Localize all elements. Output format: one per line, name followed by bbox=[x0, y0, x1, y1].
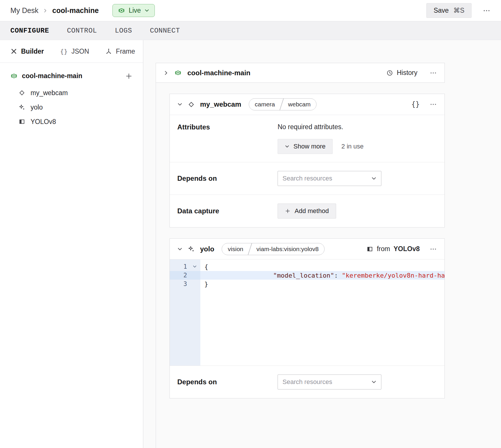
collapse-chevron-icon[interactable] bbox=[177, 102, 182, 107]
line-number: 2 bbox=[183, 272, 187, 279]
yolo-type-chips: vision viam-labs:vision:yolov8 bbox=[222, 243, 325, 255]
depends-on-select[interactable]: Search resources bbox=[278, 171, 381, 186]
breadcrumb-current: cool-machine bbox=[52, 6, 99, 15]
component-diamond-icon bbox=[18, 89, 25, 96]
more-menu-button[interactable] bbox=[483, 7, 491, 15]
attributes-json-editor[interactable]: 1 { 2 "model_location": "keremberke/yol bbox=[170, 259, 445, 366]
webcam-type-chips: camera webcam bbox=[249, 98, 317, 110]
json-string-value: "keremberke/yolov8n-hard-hat-detection" bbox=[342, 272, 445, 279]
clock-history-icon bbox=[386, 69, 393, 76]
depends-on-placeholder: Search resources bbox=[282, 378, 332, 386]
show-more-button[interactable]: Show more bbox=[278, 139, 333, 154]
depends-on-placeholder: Search resources bbox=[282, 175, 332, 182]
tree-connector-line bbox=[156, 83, 156, 448]
tab-connect[interactable]: CONNECT bbox=[150, 26, 180, 36]
depends-on-select[interactable]: Search resources bbox=[278, 374, 381, 389]
add-method-button[interactable]: Add method bbox=[278, 204, 336, 219]
resource-tree: cool-machine-main my_webcam bbox=[0, 63, 143, 129]
model-chip: viam-labs:vision:yolov8 bbox=[251, 243, 325, 255]
attributes-label: Attributes bbox=[177, 123, 278, 154]
tree-item-label: my_webcam bbox=[31, 89, 68, 97]
attributes-empty-text: No required attributes. bbox=[278, 123, 363, 131]
model-chip: webcam bbox=[282, 99, 316, 110]
part-more-button[interactable] bbox=[430, 69, 437, 77]
save-label: Save bbox=[434, 7, 449, 14]
component-diamond-icon bbox=[188, 101, 195, 108]
attributes-in-use-count: 2 in use bbox=[341, 143, 363, 150]
breadcrumb-chevron-icon bbox=[43, 8, 48, 13]
from-label: from bbox=[377, 245, 390, 253]
service-sparkle-icon bbox=[188, 245, 195, 253]
main-tab-bar: CONFIGURE CONTROL LOGS CONNECT bbox=[0, 21, 501, 40]
yolo-more-button[interactable] bbox=[430, 245, 437, 253]
tree-item-yolo[interactable]: yolo bbox=[10, 100, 133, 114]
part-signal-icon bbox=[174, 69, 182, 76]
tree-item-my-webcam[interactable]: my_webcam bbox=[10, 86, 133, 100]
add-resource-button[interactable] bbox=[125, 72, 133, 80]
history-button[interactable]: History bbox=[386, 69, 417, 77]
topbar-actions: Save ⌘S bbox=[426, 3, 491, 18]
fold-chevron-icon[interactable] bbox=[193, 264, 197, 269]
mode-builder-label: Builder bbox=[21, 48, 44, 55]
attributes-row: Attributes No required attributes. Show … bbox=[170, 115, 445, 162]
webcam-more-button[interactable] bbox=[430, 101, 437, 108]
tab-configure[interactable]: CONFIGURE bbox=[10, 26, 49, 36]
chevron-right-icon[interactable] bbox=[163, 70, 169, 76]
tree-item-yolov8-module[interactable]: YOLOv8 bbox=[10, 114, 133, 129]
mode-frame[interactable]: Frame bbox=[105, 48, 135, 55]
braces-icon: {} bbox=[60, 48, 68, 55]
webcam-resource-card: my_webcam camera webcam {} Attributes No… bbox=[169, 94, 445, 227]
content: Builder {} JSON Frame bbox=[0, 40, 501, 448]
tree-root-part[interactable]: cool-machine-main bbox=[10, 72, 133, 80]
edit-json-button[interactable]: {} bbox=[411, 100, 420, 108]
module-icon bbox=[18, 118, 25, 125]
depends-on-row: Depends on Search resources bbox=[170, 366, 445, 398]
chevron-down-icon bbox=[371, 176, 376, 181]
breadcrumb-parent-link[interactable]: My Desk bbox=[10, 6, 38, 15]
yolo-title: yolo bbox=[200, 245, 214, 253]
json-colon: : bbox=[334, 272, 342, 279]
top-bar: My Desk cool-machine Live Save ⌘S bbox=[0, 0, 501, 21]
tree-root-label: cool-machine-main bbox=[22, 72, 82, 80]
frame-axes-icon bbox=[105, 48, 112, 55]
yolo-resource-card: yolo vision viam-labs:vision:yolov8 from… bbox=[169, 238, 445, 398]
service-sparkle-icon bbox=[18, 104, 25, 111]
chevron-down-icon bbox=[144, 8, 149, 13]
part-title: cool-machine-main bbox=[187, 69, 251, 77]
line-number: 1 bbox=[183, 263, 187, 270]
tools-icon bbox=[10, 48, 17, 55]
show-more-label: Show more bbox=[293, 143, 325, 150]
part-signal-icon bbox=[10, 72, 18, 80]
code-text: } bbox=[200, 281, 208, 288]
line-number: 3 bbox=[183, 281, 187, 287]
type-chip: camera bbox=[249, 99, 281, 110]
from-module-indicator: from YOLOv8 bbox=[366, 245, 420, 253]
live-label: Live bbox=[129, 7, 141, 14]
json-key: "model_location" bbox=[258, 272, 334, 279]
webcam-title: my_webcam bbox=[200, 100, 241, 108]
tab-logs[interactable]: LOGS bbox=[115, 26, 132, 36]
depends-on-row: Depends on Search resources bbox=[170, 162, 445, 195]
depends-on-label: Depends on bbox=[177, 378, 278, 386]
chevron-down-icon bbox=[371, 379, 376, 385]
mode-builder[interactable]: Builder bbox=[10, 48, 44, 55]
type-chip: vision bbox=[222, 243, 249, 255]
tab-control[interactable]: CONTROL bbox=[67, 26, 97, 36]
save-button[interactable]: Save ⌘S bbox=[426, 3, 472, 18]
from-module-name: YOLOv8 bbox=[393, 245, 420, 253]
module-icon bbox=[366, 246, 373, 253]
live-status-button[interactable]: Live bbox=[112, 4, 155, 17]
add-method-label: Add method bbox=[295, 207, 329, 215]
config-main: cool-machine-main History bbox=[143, 40, 501, 448]
save-shortcut: ⌘S bbox=[453, 7, 464, 14]
depends-on-label: Depends on bbox=[177, 174, 278, 182]
data-capture-label: Data capture bbox=[177, 207, 278, 215]
editor-active-line[interactable]: 2 "model_location": "keremberke/yolov8n-… bbox=[170, 271, 445, 280]
part-header-card: cool-machine-main History bbox=[156, 63, 445, 83]
mode-json[interactable]: {} JSON bbox=[60, 48, 89, 55]
data-capture-row: Data capture Add method bbox=[170, 195, 445, 227]
live-signal-icon bbox=[118, 7, 125, 14]
webcam-card-header: my_webcam camera webcam {} bbox=[170, 94, 445, 115]
collapse-chevron-icon[interactable] bbox=[177, 246, 182, 252]
plus-icon bbox=[285, 208, 291, 214]
